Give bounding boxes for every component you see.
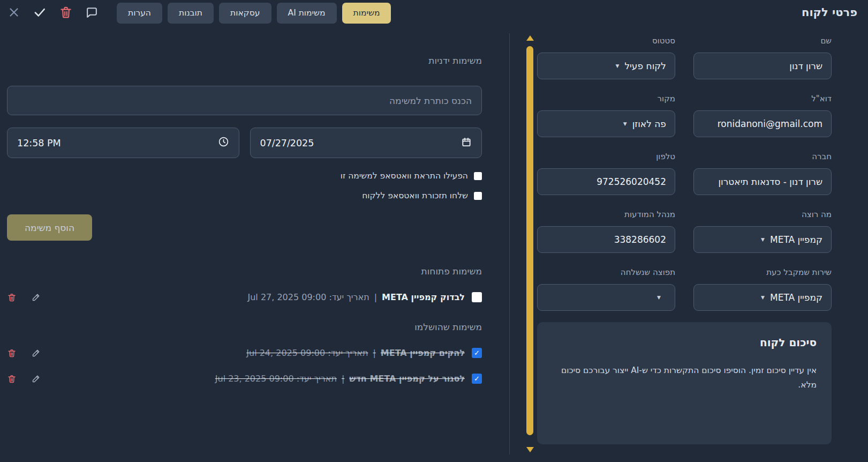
field-current-service: שירות שמקבל כעת קמפיין META ▼ bbox=[693, 267, 832, 311]
edit-pencil-icon[interactable] bbox=[31, 374, 41, 384]
chevron-down-icon: ▼ bbox=[761, 295, 765, 300]
current-service-label: שירות שמקבל כעת bbox=[693, 267, 832, 277]
comment-icon[interactable] bbox=[85, 6, 99, 19]
distribution-sent-select[interactable]: ▼ bbox=[537, 284, 675, 311]
delete-trash-icon[interactable] bbox=[7, 293, 17, 302]
field-source: מקור פה לאוזן ▼ bbox=[537, 94, 675, 137]
status-label: סטטוס bbox=[537, 36, 675, 46]
details-scrollbar bbox=[526, 34, 534, 453]
tab-tasks[interactable]: משימות bbox=[342, 3, 391, 24]
tab-deals[interactable]: עסקאות bbox=[219, 3, 271, 24]
whatsapp-alert-row: הפעילו התראת וואטסאפ למשימה זו bbox=[7, 171, 482, 181]
task-row: ✓ להקים קמפיין META|תאריך יעד: Jul 24, 2… bbox=[7, 348, 482, 358]
task-title-input[interactable] bbox=[7, 86, 482, 115]
task-text: להקים קמפיין META|תאריך יעד: Jul 24, 202… bbox=[246, 348, 465, 358]
panel-divider bbox=[509, 33, 510, 454]
clock-icon bbox=[218, 136, 229, 150]
goal-label: מה רוצה bbox=[693, 210, 832, 219]
task-text: לסגור על קמפיין META חדש|תאריך יעד: Jul … bbox=[215, 374, 465, 384]
source-select[interactable]: פה לאוזן ▼ bbox=[537, 110, 675, 137]
task-row: ✓ לסגור על קמפיין META חדש|תאריך יעד: Ju… bbox=[7, 374, 482, 384]
field-goal: מה רוצה קמפיין META ▼ bbox=[693, 210, 832, 253]
name-input[interactable]: שרון דנון bbox=[693, 53, 832, 79]
company-input[interactable]: שרון דנון - סדנאות תיאטרון bbox=[693, 168, 832, 195]
chevron-down-icon: ▼ bbox=[615, 63, 619, 69]
task-checkbox[interactable] bbox=[472, 292, 482, 302]
task-text: לבדוק קמפיין META|תאריך יעד: Jul 27, 202… bbox=[247, 292, 465, 302]
due-time-input[interactable]: 12:58 PM bbox=[7, 128, 239, 158]
chevron-down-icon: ▼ bbox=[657, 295, 661, 300]
due-date-input[interactable]: 07/27/2025 bbox=[250, 128, 482, 158]
tab-bar: משימות משימות AI עסקאות תובנות הערות bbox=[117, 2, 391, 24]
task-checkbox-checked[interactable]: ✓ bbox=[472, 374, 482, 384]
delete-trash-icon[interactable] bbox=[7, 348, 17, 358]
whatsapp-alert-label: הפעילו התראת וואטסאפ למשימה זו bbox=[341, 171, 468, 181]
customer-summary-card: סיכום לקוח אין עדיין סיכום זמין. הוסיפו … bbox=[537, 322, 832, 444]
open-tasks-heading: משימות פתוחות bbox=[7, 266, 482, 277]
field-distribution-sent: תפוצה שנשלחה ▼ bbox=[537, 267, 675, 311]
page-title: פרטי לקוח bbox=[802, 6, 857, 19]
add-task-button[interactable]: הוסף משימה bbox=[7, 214, 92, 241]
distribution-sent-label: תפוצה שנשלחה bbox=[537, 267, 675, 277]
goal-select[interactable]: קמפיין META ▼ bbox=[693, 226, 832, 253]
tab-ai-tasks[interactable]: משימות AI bbox=[277, 3, 337, 24]
email-label: דוא"ל bbox=[693, 94, 832, 103]
summary-text: אין עדיין סיכום זמין. הוסיפו סיכום התקשר… bbox=[561, 363, 817, 392]
edit-pencil-icon[interactable] bbox=[31, 292, 41, 302]
whatsapp-reminder-label: שלחו תזכורת וואטסאפ ללקוח bbox=[362, 191, 468, 200]
field-status: סטטוס לקוח פעיל ▼ bbox=[537, 36, 675, 79]
summary-title: סיכום לקוח bbox=[552, 336, 817, 349]
whatsapp-reminder-row: שלחו תזכורת וואטסאפ ללקוח bbox=[7, 191, 482, 200]
tab-notes[interactable]: הערות bbox=[117, 3, 162, 24]
tasks-panel: משימות ידניות 07/27/2025 12:58 PM הפ bbox=[7, 25, 482, 384]
delete-trash-icon[interactable] bbox=[7, 374, 17, 384]
chevron-down-icon: ▼ bbox=[761, 237, 765, 242]
email-input[interactable]: ronidanoni@gmail.com bbox=[693, 110, 832, 137]
whatsapp-reminder-checkbox[interactable] bbox=[474, 192, 482, 200]
field-name: שם שרון דנון bbox=[693, 36, 832, 79]
task-checkbox-checked[interactable]: ✓ bbox=[472, 348, 482, 358]
calendar-icon bbox=[461, 137, 472, 150]
header: פרטי לקוח משימות משימות AI עסקאות תובנות… bbox=[0, 0, 868, 25]
completed-tasks-heading: משימות שהושלמו bbox=[7, 322, 482, 332]
ads-manager-label: מנהל המודעות bbox=[537, 210, 675, 219]
phone-label: טלפון bbox=[537, 152, 675, 161]
field-phone: טלפון 972526020452 bbox=[537, 152, 675, 195]
phone-input[interactable]: 972526020452 bbox=[537, 168, 675, 195]
task-row: לבדוק קמפיין META|תאריך יעד: Jul 27, 202… bbox=[7, 292, 482, 302]
company-label: חברה bbox=[693, 152, 832, 161]
customer-details-panel: שם שרון דנון סטטוס לקוח פעיל ▼ דוא"ל ron… bbox=[537, 25, 832, 444]
scrollbar-thumb[interactable] bbox=[526, 46, 533, 435]
name-label: שם bbox=[693, 36, 832, 46]
tab-insights[interactable]: תובנות bbox=[168, 3, 214, 24]
close-icon[interactable] bbox=[7, 6, 20, 19]
scroll-up-arrow-icon[interactable] bbox=[526, 35, 534, 41]
field-email: דוא"ל ronidanoni@gmail.com bbox=[693, 94, 832, 137]
trash-icon[interactable] bbox=[59, 5, 73, 19]
ads-manager-input[interactable]: 338286602 bbox=[537, 226, 675, 253]
header-actions bbox=[7, 5, 99, 19]
source-label: מקור bbox=[537, 94, 675, 103]
edit-pencil-icon[interactable] bbox=[31, 348, 41, 358]
current-service-select[interactable]: קמפיין META ▼ bbox=[693, 284, 832, 311]
field-company: חברה שרון דנון - סדנאות תיאטרון bbox=[693, 152, 832, 195]
manual-tasks-heading: משימות ידניות bbox=[7, 55, 482, 66]
field-ads-manager: מנהל המודעות 338286602 bbox=[537, 210, 675, 253]
status-select[interactable]: לקוח פעיל ▼ bbox=[537, 53, 675, 79]
scroll-down-arrow-icon[interactable] bbox=[526, 447, 534, 452]
chevron-down-icon: ▼ bbox=[623, 121, 627, 126]
confirm-check-icon[interactable] bbox=[33, 5, 47, 19]
whatsapp-alert-checkbox[interactable] bbox=[474, 172, 482, 180]
